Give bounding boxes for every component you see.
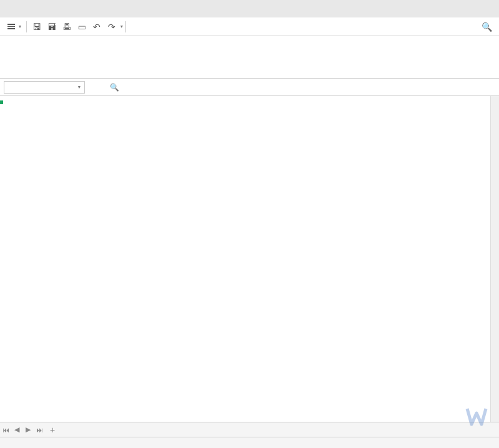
chevron-down-icon[interactable]: ▾ xyxy=(120,24,123,29)
print-icon[interactable]: 🖶 xyxy=(60,20,74,34)
scrollbar-vertical[interactable] xyxy=(490,96,499,423)
formula-bar: 🔍 xyxy=(110,83,124,92)
search-icon[interactable]: 🔍 xyxy=(480,20,493,34)
chevron-down-icon: ▾ xyxy=(19,24,21,29)
sheet-tabs-bar: ⏮ ◀ ▶ ⏭ + xyxy=(0,422,499,437)
save-as-icon[interactable]: 🖬 xyxy=(45,20,59,34)
ribbon xyxy=(0,36,499,79)
cancel-icon[interactable]: 🔍 xyxy=(110,83,119,92)
chevron-down-icon: ▾ xyxy=(78,84,80,90)
file-menu[interactable]: ▾ xyxy=(5,22,24,31)
separator xyxy=(125,21,126,32)
formula-input[interactable] xyxy=(124,81,495,94)
address-row: ▾ 🔍 xyxy=(0,79,499,96)
menu-bar: ▾ 🖫 🖬 🖶 ▭ ↶ ↷ ▾ 🔍 xyxy=(0,17,499,36)
hamburger-icon xyxy=(7,22,15,31)
status-bar xyxy=(0,437,499,448)
title-bar xyxy=(0,0,499,17)
add-sheet-button[interactable]: + xyxy=(45,425,60,435)
sheet-area xyxy=(0,96,499,423)
name-box[interactable]: ▾ xyxy=(4,81,85,94)
sheet-nav-last[interactable]: ⏭ xyxy=(34,424,45,436)
sheet-nav-first[interactable]: ⏮ xyxy=(0,424,11,436)
undo-icon[interactable]: ↶ xyxy=(90,20,104,34)
separator xyxy=(26,21,27,32)
active-cell-outline xyxy=(0,101,2,104)
print-preview-icon[interactable]: ▭ xyxy=(75,20,89,34)
save-icon[interactable]: 🖫 xyxy=(30,20,44,34)
sheet-nav-prev[interactable]: ◀ xyxy=(11,424,22,436)
sheet-nav-next[interactable]: ▶ xyxy=(22,424,34,436)
redo-icon[interactable]: ↷ xyxy=(105,20,119,34)
